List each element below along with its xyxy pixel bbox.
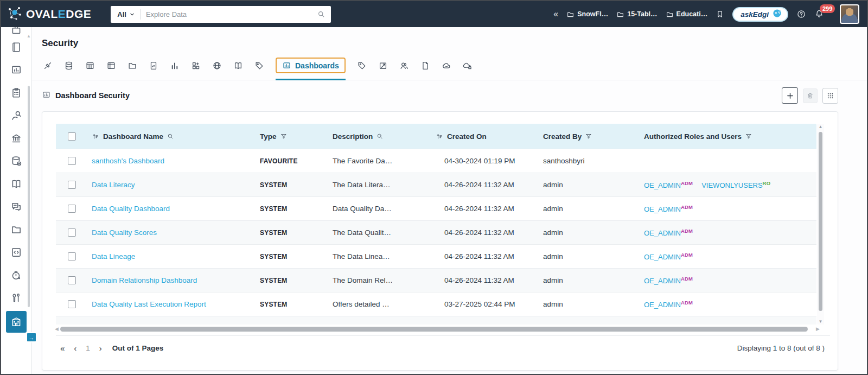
dashboard-name-link[interactable]: Data Quality Dashboard <box>92 205 170 213</box>
column-search-icon[interactable] <box>376 132 384 140</box>
help-icon[interactable] <box>796 9 806 19</box>
sidebar-item-code[interactable] <box>1 241 31 264</box>
row-checkbox[interactable] <box>68 276 76 284</box>
row-checkbox[interactable] <box>68 205 76 213</box>
sidebar-scroll-up-icon[interactable]: ▲ <box>27 34 31 39</box>
column-header-description[interactable]: Description <box>328 132 432 141</box>
tab-bar-chart[interactable] <box>170 61 180 71</box>
tab-tag[interactable] <box>254 61 264 71</box>
column-header-created_on[interactable]: Created On <box>432 132 539 141</box>
sidebar-scrollbar[interactable] <box>28 86 30 307</box>
role-link[interactable]: OE_ADMINADM <box>644 205 693 213</box>
search-icon[interactable] <box>317 10 331 18</box>
scroll-right-icon[interactable]: ▶ <box>816 326 820 332</box>
delete-button[interactable] <box>803 88 818 103</box>
tab-table-columns[interactable] <box>106 61 116 71</box>
section-title: Dashboard Security <box>55 91 130 100</box>
role-link[interactable]: OE_ADMINADM <box>644 181 693 189</box>
prev-page-button[interactable]: ‹ <box>74 344 76 352</box>
sidebar-item-database-check[interactable] <box>1 150 31 173</box>
vertical-scrollbar[interactable]: ▲ ▼ <box>817 124 824 325</box>
shortcut-folder-1[interactable]: SnowFl… <box>566 10 608 18</box>
scroll-up-icon[interactable]: ▲ <box>817 124 824 129</box>
tab-users[interactable] <box>399 61 409 71</box>
tab-launch[interactable] <box>378 61 388 71</box>
sidebar-item-folder[interactable] <box>1 218 31 241</box>
horizontal-scroll-thumb[interactable] <box>60 327 808 332</box>
tab-cloud-api-lock[interactable] <box>463 61 473 71</box>
sort-icon[interactable] <box>92 132 100 141</box>
user-avatar[interactable] <box>840 4 859 24</box>
shortcut-folder-2[interactable]: 15-Tabl… <box>616 10 657 18</box>
collapse-shortcuts-icon[interactable]: « <box>553 10 558 18</box>
role-link[interactable]: VIEWONLYUSERSRO <box>701 181 770 189</box>
tab-cloud-api[interactable] <box>442 61 451 71</box>
shortcut-folder-3[interactable]: Educati… <box>666 10 708 18</box>
vertical-scroll-thumb[interactable] <box>819 132 822 311</box>
tab-database[interactable] <box>64 61 74 71</box>
sidebar-item-building[interactable] <box>1 309 31 334</box>
tab-file-chart[interactable] <box>149 61 158 71</box>
role-link[interactable]: OE_ADMINADM <box>644 301 693 309</box>
column-filter-icon[interactable] <box>745 132 752 140</box>
role-link[interactable]: OE_ADMINADM <box>644 277 693 285</box>
tab-file[interactable] <box>420 61 430 71</box>
tab-tag[interactable] <box>357 61 367 71</box>
sidebar-item-bank[interactable] <box>1 127 31 150</box>
sidebar-item-journal[interactable] <box>1 36 31 59</box>
sidebar-item-inspect[interactable] <box>1 104 31 127</box>
notifications-bell-icon[interactable]: 299 <box>814 9 824 19</box>
column-header-created_by[interactable]: Created By <box>539 132 640 141</box>
scroll-left-icon[interactable]: ◀ <box>55 326 59 332</box>
ask-edgi-button[interactable]: askEdgi <box>732 7 788 22</box>
next-page-button[interactable]: › <box>99 344 102 352</box>
tab-table[interactable] <box>85 61 95 71</box>
column-label: Description <box>333 132 373 141</box>
row-checkbox[interactable] <box>68 300 76 308</box>
add-button[interactable] <box>782 87 798 104</box>
role-link[interactable]: OE_ADMINADM <box>644 253 693 261</box>
bookmark-icon[interactable] <box>716 10 724 18</box>
role-link[interactable]: OE_ADMINADM <box>644 229 693 237</box>
search-input[interactable] <box>141 10 317 18</box>
table-row: Data LiteracySYSTEMThe Data Litera…04-26… <box>56 173 816 196</box>
sidebar-item-tools[interactable] <box>1 287 31 309</box>
dashboard-name-link[interactable]: Domain Relationship Dashboard <box>92 276 197 284</box>
column-header-name[interactable]: Dashboard Name <box>87 132 256 141</box>
column-search-icon[interactable] <box>167 132 174 140</box>
dashboard-name-link[interactable]: Data Literacy <box>92 181 135 189</box>
row-checkbox[interactable] <box>68 252 76 260</box>
dashboard-name-link[interactable]: Data Quality Scores <box>92 228 157 237</box>
dashboard-name-link[interactable]: santhosh's Dashboard <box>92 157 164 165</box>
table-row: Domain Relationship DashboardSYSTEMThe D… <box>56 268 816 292</box>
horizontal-scrollbar[interactable]: ◀ ▶ <box>56 326 816 333</box>
sidebar-expand-button[interactable]: → <box>26 332 37 342</box>
tab-folder[interactable] <box>127 61 137 71</box>
tab-blocks[interactable] <box>191 61 201 71</box>
sort-icon[interactable] <box>436 132 444 141</box>
first-page-button[interactable]: « <box>60 344 65 352</box>
sidebar-item-clipboard[interactable] <box>1 81 31 104</box>
tab-dashboards[interactable]: Dashboards <box>276 58 346 73</box>
tab-connectors[interactable] <box>43 61 53 71</box>
grid-view-button[interactable] <box>822 88 838 104</box>
sidebar-item-timer[interactable] <box>1 264 31 287</box>
sidebar-item-book[interactable] <box>1 173 31 195</box>
row-checkbox[interactable] <box>68 181 76 189</box>
search-scope-dropdown[interactable]: All <box>111 10 140 18</box>
tab-globe[interactable] <box>212 61 222 71</box>
dashboard-name-link[interactable]: Data Quality Last Execution Report <box>92 300 206 308</box>
row-checkbox[interactable] <box>68 228 76 237</box>
ovaledge-logo[interactable]: OVALEDGE <box>7 5 91 23</box>
column-filter-icon[interactable] <box>585 132 592 140</box>
column-header-roles[interactable]: Authorized Roles and Users <box>640 132 816 141</box>
sidebar-item-report[interactable] <box>1 59 31 81</box>
scroll-down-icon[interactable]: ▼ <box>817 319 824 324</box>
column-header-type[interactable]: Type <box>256 132 328 141</box>
column-filter-icon[interactable] <box>280 132 288 140</box>
sidebar-item-chat[interactable] <box>1 195 31 218</box>
row-checkbox[interactable] <box>68 157 76 165</box>
tab-book[interactable] <box>233 61 243 71</box>
select-all-checkbox[interactable] <box>68 132 76 141</box>
dashboard-name-link[interactable]: Data Lineage <box>92 252 135 260</box>
